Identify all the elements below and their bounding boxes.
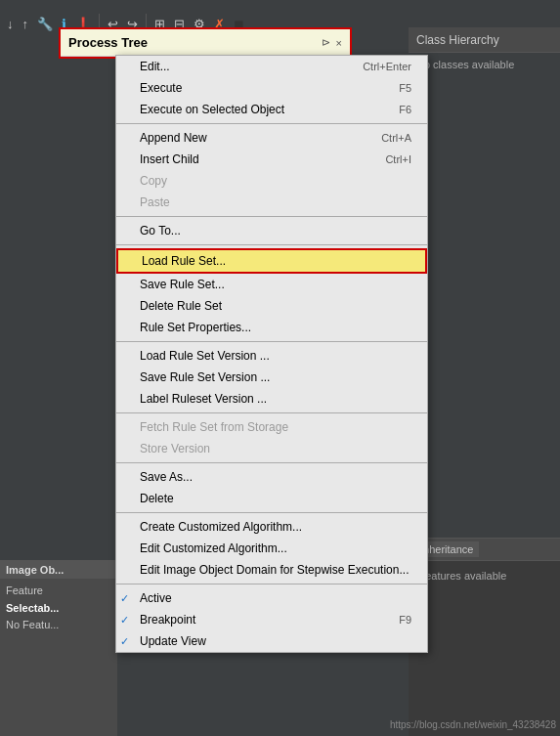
menu-item-load-rule-set[interactable]: Load Rule Set...	[116, 248, 427, 274]
menu-label-store-version: Store Version	[140, 442, 210, 455]
menu-shortcut-execute: F5	[399, 82, 411, 94]
menu-label-insert-child: Insert Child	[140, 152, 199, 166]
menu-shortcut-breakpoint: F9	[399, 614, 411, 626]
menu-shortcut-append-new: Ctrl+A	[381, 132, 411, 144]
menu-label-execute: Execute	[140, 81, 182, 95]
menu-item-execute-selected[interactable]: Execute on Selected Object F6	[116, 99, 427, 120]
inheritance-area: Inheritance	[409, 538, 560, 560]
selectable-label: Selectab...	[6, 600, 111, 618]
menu-label-label-version: Label Ruleset Version ...	[140, 392, 267, 406]
separator-8	[116, 584, 427, 584]
pin-icon[interactable]: ⊳	[322, 36, 330, 49]
menu-item-copy[interactable]: Copy	[116, 170, 427, 192]
menu-label-breakpoint: Breakpoint	[140, 613, 195, 627]
menu-label-load-rule-set: Load Rule Set...	[142, 254, 226, 268]
menu-item-rule-set-properties[interactable]: Rule Set Properties...	[116, 317, 427, 338]
features-panel: ...eatures available	[409, 560, 560, 736]
class-hierarchy-header: Class Hierarchy	[409, 27, 560, 53]
image-obj-panel: Image Ob... Feature Selectab... No Featu…	[0, 560, 117, 736]
menu-label-go-to: Go To...	[140, 224, 181, 238]
menu-item-append-new[interactable]: Append New Ctrl+A	[116, 127, 427, 149]
separator-1	[116, 123, 427, 124]
separator-7	[116, 512, 427, 513]
features-text: ...eatures available	[416, 570, 506, 582]
separator-4	[116, 341, 427, 342]
menu-item-delete[interactable]: Delete	[116, 488, 427, 509]
menu-label-edit-image-object: Edit Image Object Domain for Stepwise Ex…	[140, 563, 409, 577]
menu-item-create-customized[interactable]: Create Customized Algorithm...	[116, 516, 427, 538]
menu-label-load-version: Load Rule Set Version ...	[140, 349, 270, 363]
menu-label-paste: Paste	[140, 195, 170, 209]
no-classes-text: No classes available	[409, 53, 560, 76]
menu-item-active[interactable]: ✓ Active	[116, 587, 427, 609]
feature-label: Feature	[6, 583, 111, 600]
menu-shortcut-edit: Ctrl+Enter	[363, 61, 411, 72]
menu-label-execute-selected: Execute on Selected Object	[140, 103, 284, 116]
menu-item-fetch-rule-set[interactable]: Fetch Rule Set from Storage	[116, 416, 427, 438]
menu-label-create-customized: Create Customized Algorithm...	[140, 520, 302, 534]
menu-label-rule-set-properties: Rule Set Properties...	[140, 321, 251, 334]
class-hierarchy-panel: Class Hierarchy No classes available Inh…	[409, 27, 560, 736]
watermark-text: https://blog.csdn.net/weixin_43238428	[390, 719, 556, 730]
menu-item-store-version[interactable]: Store Version	[116, 438, 427, 459]
menu-item-delete-rule-set[interactable]: Delete Rule Set	[116, 295, 427, 317]
menu-item-paste[interactable]: Paste	[116, 192, 427, 213]
menu-item-go-to[interactable]: Go To...	[116, 220, 427, 241]
watermark: https://blog.csdn.net/weixin_43238428	[386, 717, 560, 732]
menu-label-update-view: Update View	[140, 634, 206, 648]
breakpoint-checkmark: ✓	[120, 614, 136, 627]
menu-label-copy: Copy	[140, 174, 167, 188]
image-obj-content: Feature Selectab... No Featu...	[0, 579, 117, 638]
separator-5	[116, 412, 427, 413]
arrow-up-icon[interactable]: ↑	[20, 15, 32, 33]
menu-label-save-as: Save As...	[140, 470, 193, 484]
menu-label-fetch-rule-set: Fetch Rule Set from Storage	[140, 420, 288, 434]
menu-label-save-version: Save Rule Set Version ...	[140, 370, 270, 384]
menu-item-save-rule-set[interactable]: Save Rule Set...	[116, 274, 427, 295]
menu-shortcut-execute-selected: F6	[399, 104, 411, 115]
separator-6	[116, 462, 427, 463]
menu-item-update-view[interactable]: ✓ Update View	[116, 630, 427, 652]
menu-label-delete-rule-set: Delete Rule Set	[140, 299, 222, 313]
update-view-checkmark: ✓	[120, 635, 136, 648]
menu-item-load-version[interactable]: Load Rule Set Version ...	[116, 345, 427, 367]
tool-icon[interactable]: 🔧	[34, 15, 56, 33]
menu-shortcut-insert-child: Ctrl+I	[385, 153, 411, 165]
separator-3	[116, 244, 427, 245]
no-feature-label: No Featu...	[6, 617, 111, 634]
menu-item-execute[interactable]: Execute F5	[116, 77, 427, 99]
menu-label-append-new: Append New	[140, 131, 207, 145]
menu-label-delete: Delete	[140, 492, 174, 505]
menu-item-save-as[interactable]: Save As...	[116, 466, 427, 488]
class-hierarchy-title: Class Hierarchy	[416, 33, 499, 47]
menu-item-insert-child[interactable]: Insert Child Ctrl+I	[116, 149, 427, 170]
menu-label-edit-customized: Edit Customized Algorithm...	[140, 541, 287, 555]
image-obj-header: Image Ob...	[0, 561, 117, 579]
menu-item-edit-customized[interactable]: Edit Customized Algorithm...	[116, 538, 427, 559]
separator-2	[116, 216, 427, 217]
process-tree-controls: ⊳ ×	[322, 36, 342, 49]
menu-label-active: Active	[140, 591, 172, 605]
context-menu: Edit... Ctrl+Enter Execute F5 Execute on…	[115, 55, 428, 653]
arrow-down-icon[interactable]: ↓	[4, 15, 17, 33]
menu-label-save-rule-set: Save Rule Set...	[140, 278, 225, 291]
process-tree-header: Process Tree ⊳ ×	[61, 29, 350, 57]
menu-label-edit: Edit...	[140, 60, 170, 73]
menu-item-edit[interactable]: Edit... Ctrl+Enter	[116, 56, 427, 77]
menu-item-edit-image-object[interactable]: Edit Image Object Domain for Stepwise Ex…	[116, 559, 427, 581]
menu-item-breakpoint[interactable]: ✓ Breakpoint F9	[116, 609, 427, 630]
active-checkmark: ✓	[120, 592, 136, 605]
process-tree-title: Process Tree	[68, 35, 148, 50]
close-icon[interactable]: ×	[336, 37, 342, 49]
menu-item-label-version[interactable]: Label Ruleset Version ...	[116, 388, 427, 410]
menu-item-save-version[interactable]: Save Rule Set Version ...	[116, 367, 427, 388]
